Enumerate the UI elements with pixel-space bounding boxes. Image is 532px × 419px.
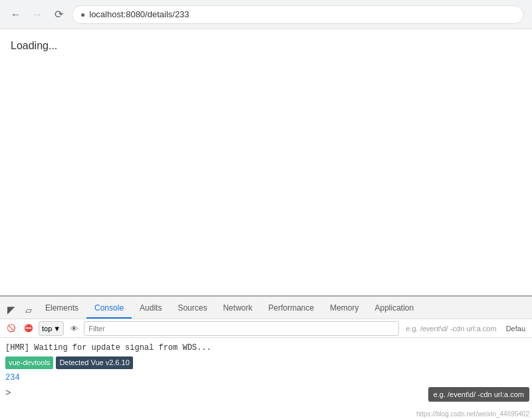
filter-hint: e.g. /event\d/ -cdn url:a.com bbox=[402, 325, 500, 333]
default-label: Defau bbox=[503, 325, 528, 333]
tab-network[interactable]: Network bbox=[215, 299, 260, 319]
tab-console[interactable]: Console bbox=[86, 299, 132, 319]
devtools-panel: ◤ ▱ Elements Console Audits Sources Netw… bbox=[0, 295, 532, 419]
url-text: localhost:8080/details/233 bbox=[89, 9, 189, 19]
devtools-tabs: ◤ ▱ Elements Console Audits Sources Netw… bbox=[0, 297, 532, 319]
inspect-element-button[interactable]: ◤ bbox=[3, 301, 20, 319]
clear-console-button[interactable]: 🚫 bbox=[4, 321, 19, 336]
device-mode-button[interactable]: ▱ bbox=[20, 301, 37, 319]
context-value: top bbox=[42, 325, 52, 333]
tab-elements[interactable]: Elements bbox=[37, 299, 86, 319]
hmr-text: [HMR] Waiting for update signal from WDS… bbox=[5, 343, 211, 352]
console-line-vue: vue-devtoolsDetected Vue v2.6.10 bbox=[5, 355, 527, 370]
context-select[interactable]: top ▼ bbox=[39, 321, 64, 336]
console-prompt-symbol: > bbox=[5, 388, 11, 398]
console-line-number: 234 bbox=[5, 370, 527, 385]
context-dropdown-icon: ▼ bbox=[53, 325, 61, 333]
tab-audits[interactable]: Audits bbox=[132, 299, 170, 319]
watermark: https://blog.csdn.net/weixin_44695402 bbox=[416, 410, 529, 418]
block-requests-button[interactable]: ⛔ bbox=[21, 321, 36, 336]
console-toolbar: 🚫 ⛔ top ▼ 👁 e.g. /event\d/ -cdn url:a.co… bbox=[0, 319, 532, 338]
loading-text: Loading... bbox=[11, 40, 57, 51]
browser-toolbar: ← → ⟳ ● localhost:8080/details/233 bbox=[0, 0, 532, 29]
console-number: 234 bbox=[5, 373, 20, 382]
page-content: Loading... bbox=[0, 29, 532, 295]
vue-devtools-badge: vue-devtools bbox=[5, 356, 53, 369]
tab-sources[interactable]: Sources bbox=[170, 299, 215, 319]
address-bar[interactable]: ● localhost:8080/details/233 bbox=[72, 5, 524, 24]
reload-button[interactable]: ⟳ bbox=[51, 7, 66, 23]
filter-input[interactable] bbox=[84, 321, 399, 336]
forward-button[interactable]: → bbox=[29, 7, 45, 23]
back-button[interactable]: ← bbox=[8, 7, 24, 23]
lock-icon: ● bbox=[80, 10, 85, 19]
filter-tooltip: e.g. /event\d/ -cdn url:a.com bbox=[428, 387, 529, 402]
detected-vue-badge: Detected Vue v2.6.10 bbox=[56, 356, 132, 369]
tab-application[interactable]: Application bbox=[367, 299, 422, 319]
tab-memory[interactable]: Memory bbox=[322, 299, 366, 319]
tab-performance[interactable]: Performance bbox=[260, 299, 322, 319]
console-line-hmr: [HMR] Waiting for update signal from WDS… bbox=[5, 341, 527, 355]
eye-button[interactable]: 👁 bbox=[66, 321, 81, 336]
